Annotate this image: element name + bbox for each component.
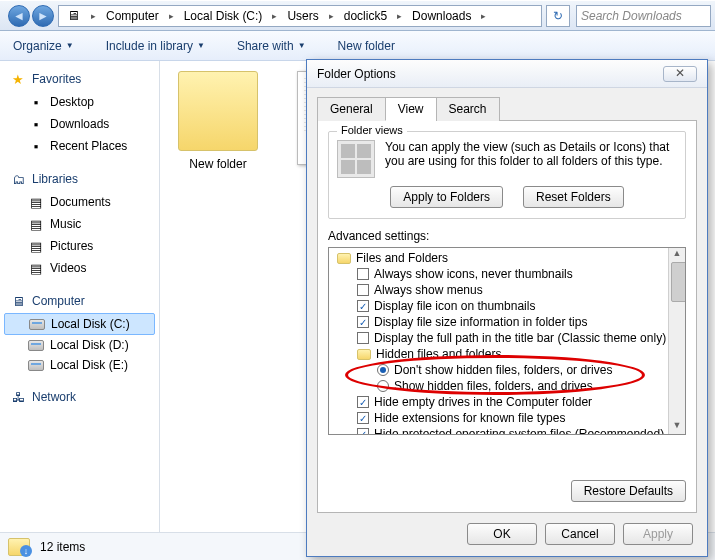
reset-folders-button[interactable]: Reset Folders: [523, 186, 624, 208]
▪-icon: ▪: [28, 116, 44, 132]
▤-icon: ▤: [28, 194, 44, 210]
checkbox[interactable]: ✓: [357, 412, 369, 424]
tree-scrollbar[interactable]: ▲ ▼: [668, 248, 685, 434]
search-input[interactable]: Search Downloads: [576, 5, 711, 27]
tree-item[interactable]: Always show menus: [333, 282, 685, 298]
dialog-titlebar[interactable]: Folder Options ✕: [307, 60, 707, 88]
checkbox[interactable]: [357, 268, 369, 280]
back-button[interactable]: ◄: [8, 5, 30, 27]
breadcrumb[interactable]: 🖥▸Computer▸Local Disk (C:)▸Users▸doclick…: [58, 5, 542, 27]
tree-item[interactable]: ✓Display file size information in folder…: [333, 314, 685, 330]
restore-defaults-button[interactable]: Restore Defaults: [571, 480, 686, 502]
breadcrumb-item[interactable]: Computer: [100, 6, 165, 26]
nav-item[interactable]: ▤Music: [0, 213, 159, 235]
tree-item[interactable]: ✓Hide protected operating system files (…: [333, 426, 685, 435]
checkbox[interactable]: [357, 332, 369, 344]
folder-label: New folder: [170, 157, 266, 171]
nav-item[interactable]: ▪Downloads: [0, 113, 159, 135]
checkbox[interactable]: ✓: [357, 300, 369, 312]
nav-item[interactable]: Local Disk (D:): [0, 335, 159, 355]
downloads-folder-icon: [8, 538, 30, 556]
tree-item[interactable]: ✓Hide extensions for known file types: [333, 410, 685, 426]
nav-item[interactable]: Local Disk (E:): [0, 355, 159, 375]
share-menu[interactable]: Share with▼: [232, 35, 311, 57]
tree-item[interactable]: Show hidden files, folders, and drives: [333, 378, 685, 394]
folder-icon: [357, 349, 371, 360]
forward-button[interactable]: ►: [32, 5, 54, 27]
breadcrumb-item[interactable]: doclick5: [338, 6, 393, 26]
ok-button[interactable]: OK: [467, 523, 537, 545]
computer-icon: 🖥: [10, 293, 26, 309]
tree-item[interactable]: Always show icons, never thumbnails: [333, 266, 685, 282]
nav-item[interactable]: ▪Desktop: [0, 91, 159, 113]
tree-item[interactable]: ✓Display file icon on thumbnails: [333, 298, 685, 314]
toolbar: Organize▼ Include in library▼ Share with…: [0, 31, 715, 61]
network-icon: 🖧: [10, 389, 26, 405]
scroll-down-icon[interactable]: ▼: [669, 420, 685, 434]
refresh-button[interactable]: ↻: [546, 5, 570, 27]
drive-icon: [29, 319, 45, 330]
▪-icon: ▪: [28, 94, 44, 110]
nav-item[interactable]: Local Disk (C:): [4, 313, 155, 335]
tree-item[interactable]: Hidden files and folders: [333, 346, 685, 362]
checkbox[interactable]: ✓: [357, 316, 369, 328]
▤-icon: ▤: [28, 260, 44, 276]
network-header[interactable]: 🖧Network: [0, 385, 159, 409]
tab-view[interactable]: View: [385, 97, 437, 121]
tree-item[interactable]: ✓Hide empty drives in the Computer folde…: [333, 394, 685, 410]
▤-icon: ▤: [28, 216, 44, 232]
new-folder-button[interactable]: New folder: [333, 35, 400, 57]
nav-item[interactable]: ▤Videos: [0, 257, 159, 279]
folder-options-dialog: Folder Options ✕ GeneralViewSearch Folde…: [306, 59, 708, 557]
address-bar: ◄ ► 🖥▸Computer▸Local Disk (C:)▸Users▸doc…: [0, 1, 715, 31]
checkbox[interactable]: ✓: [357, 428, 369, 435]
drive-icon: [28, 360, 44, 371]
scroll-up-icon[interactable]: ▲: [669, 248, 685, 262]
organize-menu[interactable]: Organize▼: [8, 35, 79, 57]
group-text: You can apply the view (such as Details …: [385, 140, 677, 178]
advanced-label: Advanced settings:: [328, 229, 686, 243]
dialog-tabs: GeneralViewSearch: [317, 96, 697, 121]
breadcrumb-item[interactable]: Downloads: [406, 6, 477, 26]
folder-views-icon: [337, 140, 375, 178]
libraries-icon: 🗂: [10, 171, 26, 187]
apply-to-folders-button[interactable]: Apply to Folders: [390, 186, 503, 208]
breadcrumb-item[interactable]: Users: [281, 6, 324, 26]
tree-item[interactable]: Don't show hidden files, folders, or dri…: [333, 362, 685, 378]
▤-icon: ▤: [28, 238, 44, 254]
radio[interactable]: [377, 380, 389, 392]
▪-icon: ▪: [28, 138, 44, 154]
star-icon: ★: [10, 71, 26, 87]
folder-item[interactable]: New folder: [170, 71, 266, 171]
cancel-button[interactable]: Cancel: [545, 523, 615, 545]
tree-item[interactable]: Display the full path in the title bar (…: [333, 330, 685, 346]
view-tab-panel: Folder views You can apply the view (suc…: [317, 121, 697, 513]
nav-pane: ★Favorites ▪Desktop▪Downloads▪Recent Pla…: [0, 61, 160, 532]
group-label: Folder views: [337, 124, 407, 136]
tree-root[interactable]: Files and Folders: [333, 250, 685, 266]
radio[interactable]: [377, 364, 389, 376]
folder-icon: [337, 253, 351, 264]
include-menu[interactable]: Include in library▼: [101, 35, 210, 57]
scroll-thumb[interactable]: [671, 262, 686, 302]
tab-search[interactable]: Search: [436, 97, 500, 121]
breadcrumb-item[interactable]: Local Disk (C:): [178, 6, 269, 26]
tab-general[interactable]: General: [317, 97, 386, 121]
advanced-settings-tree[interactable]: Files and FoldersAlways show icons, neve…: [328, 247, 686, 435]
close-button[interactable]: ✕: [663, 66, 697, 82]
checkbox[interactable]: [357, 284, 369, 296]
nav-item[interactable]: ▪Recent Places: [0, 135, 159, 157]
folder-icon: [178, 71, 258, 151]
nav-item[interactable]: ▤Pictures: [0, 235, 159, 257]
checkbox[interactable]: ✓: [357, 396, 369, 408]
breadcrumb-root[interactable]: 🖥: [59, 6, 87, 26]
nav-item[interactable]: ▤Documents: [0, 191, 159, 213]
dialog-title: Folder Options: [317, 67, 396, 81]
favorites-header[interactable]: ★Favorites: [0, 67, 159, 91]
apply-button[interactable]: Apply: [623, 523, 693, 545]
drive-icon: [28, 340, 44, 351]
libraries-header[interactable]: 🗂Libraries: [0, 167, 159, 191]
item-count: 12 items: [40, 540, 85, 554]
computer-header[interactable]: 🖥Computer: [0, 289, 159, 313]
folder-views-group: Folder views You can apply the view (suc…: [328, 131, 686, 219]
